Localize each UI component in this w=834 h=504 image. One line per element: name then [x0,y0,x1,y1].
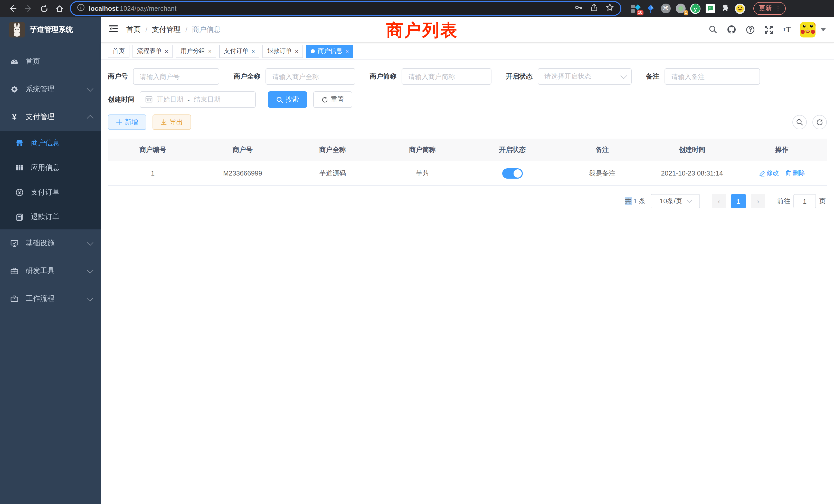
cell-create-time: 2021-10-23 08:31:14 [647,161,737,185]
bookmark-star-icon[interactable] [606,3,614,14]
browser-update-button[interactable]: 更新 ⋮ [753,2,786,15]
user-avatar[interactable] [800,22,815,37]
home-icon[interactable] [56,4,64,13]
extension-chat-icon[interactable] [705,3,716,14]
date-range-picker[interactable]: 开始日期 - 结束日期 [140,91,256,108]
merchant-no-input[interactable] [133,68,219,85]
tab-close-icon[interactable]: × [251,48,255,54]
search-button-label: 搜索 [286,95,299,104]
reset-button[interactable]: 重置 [313,91,352,108]
font-size-icon[interactable]: TT [783,25,791,34]
jump-page-input[interactable] [793,194,816,208]
briefcase-icon [10,295,19,303]
start-date-placeholder[interactable]: 开始日期 [157,95,183,104]
sidebar-item-devtools[interactable]: 研发工具 [0,257,101,285]
sidebar-item-merchant-info[interactable]: 商户信息 [0,131,101,156]
cell-full-name: 芋道源码 [288,161,377,185]
sidebar-item-label: 应用信息 [31,163,92,173]
sidebar-item-pay-order[interactable]: 支付订单 [0,180,101,205]
avatar-caret-icon[interactable] [821,28,826,31]
page-1-button[interactable]: 1 [731,194,746,208]
filter-label: 备注 [646,72,659,81]
short-name-input[interactable] [401,68,491,85]
tab-pay-order[interactable]: 支付订单× [219,44,260,58]
column-header: 备注 [557,139,647,161]
sidebar: 芋道管理系统 首页 系统管理 ¥ 支付管理 [0,17,101,504]
filter-label: 商户全称 [234,72,260,81]
breadcrumb-separator: / [145,25,147,33]
delete-link[interactable]: 删除 [785,169,805,178]
url-text[interactable]: localhost:1024/pay/merchant [89,5,570,12]
refresh-table-button[interactable] [812,115,827,129]
filter-status: 开启状态 请选择开启状态 [506,68,632,85]
share-icon[interactable] [590,3,598,14]
url-bar[interactable]: localhost:1024/pay/merchant [71,2,620,15]
tab-refund-order[interactable]: 退款订单× [263,44,303,58]
extension-command-icon[interactable]: ⌘ [660,3,671,14]
sidebar-item-workflow[interactable]: 工作流程 [0,285,101,313]
status-select[interactable]: 请选择开启状态 [538,68,632,85]
sidebar-item-label: 研发工具 [26,266,88,276]
password-key-icon[interactable] [574,3,583,14]
sidebar-item-refund-order[interactable]: 退款订单 [0,205,101,229]
add-button[interactable]: 新增 [108,114,146,130]
top-navbar: 首页 / 支付管理 / 商户信息 商户列表 TT [101,17,834,43]
sidebar-item-pay[interactable]: ¥ 支付管理 [0,103,101,131]
profile-emoji-avatar[interactable] [735,3,745,14]
total-prefix: 共 [625,197,631,205]
extension-profile-icon[interactable]: 1 [675,3,686,14]
sidebar-item-system[interactable]: 系统管理 [0,75,101,103]
filter-merchant-no: 商户号 [108,68,219,85]
edit-link[interactable]: 修改 [759,169,779,178]
tab-close-icon[interactable]: × [208,48,212,54]
browser-menu-dots-icon[interactable]: ⋮ [775,5,781,12]
navbar-actions: TT [709,22,826,37]
sidebar-item-home[interactable]: 首页 [0,48,101,75]
breadcrumb-home[interactable]: 首页 [126,25,141,34]
tab-close-icon[interactable]: × [346,48,349,54]
remark-input[interactable] [664,68,760,85]
page-size-select[interactable]: 10条/页 [651,194,700,208]
site-info-icon[interactable] [77,4,85,13]
tab-process-form[interactable]: 流程表单× [132,44,173,58]
prev-page-button[interactable]: ‹ [712,194,726,208]
forward-icon[interactable] [24,4,33,13]
show-search-toggle-button[interactable] [792,115,807,129]
tab-label: 用户分组 [180,47,205,55]
breadcrumb-pay[interactable]: 支付管理 [152,25,181,34]
filter-row-2: 创建时间 开始日期 - 结束日期 搜索 重置 [108,91,827,108]
sidebar-menu: 首页 系统管理 ¥ 支付管理 商户信息 [0,48,101,313]
url-actions [574,3,614,14]
sidebar-item-app-info[interactable]: 应用信息 [0,156,101,180]
extension-grid-icon[interactable]: 10 [631,3,641,14]
back-icon[interactable] [8,4,17,13]
chevron-up-icon [87,115,93,121]
sidebar-fold-icon[interactable] [109,24,118,35]
search-button[interactable]: 搜索 [268,91,307,108]
tab-merchant-info[interactable]: 商户信息× [306,44,354,58]
refresh-icon[interactable] [40,4,48,13]
total-unit: 条 [639,197,645,205]
tab-home[interactable]: 首页 [108,44,129,58]
tab-close-icon[interactable]: × [295,48,299,54]
status-select-placeholder: 请选择开启状态 [544,72,591,81]
export-button[interactable]: 导出 [153,114,191,130]
tab-close-icon[interactable]: × [165,48,168,54]
github-icon[interactable] [727,25,737,35]
search-icon[interactable] [709,25,718,34]
sidebar-logo[interactable]: 芋道管理系统 [0,17,101,43]
sidebar-item-infra[interactable]: 基础设施 [0,229,101,257]
tab-user-group[interactable]: 用户分组× [176,44,216,58]
extensions-puzzle-icon[interactable] [720,3,730,14]
status-toggle[interactable] [502,168,523,178]
fullscreen-icon[interactable] [764,25,773,34]
end-date-placeholder[interactable]: 结束日期 [194,95,221,104]
help-icon[interactable] [746,25,755,34]
next-page-button[interactable]: › [751,194,765,208]
url-path: :1024/pay/merchant [118,5,176,12]
merchant-table: 商户编号 商户号 商户全称 商户简称 开启状态 备注 创建时间 操作 1 M23… [108,139,827,186]
extension-kite-icon[interactable] [645,3,656,14]
full-name-input[interactable] [265,68,355,85]
extension-yudao-icon[interactable]: y [690,3,701,14]
sidebar-item-label: 基础设施 [26,239,88,248]
